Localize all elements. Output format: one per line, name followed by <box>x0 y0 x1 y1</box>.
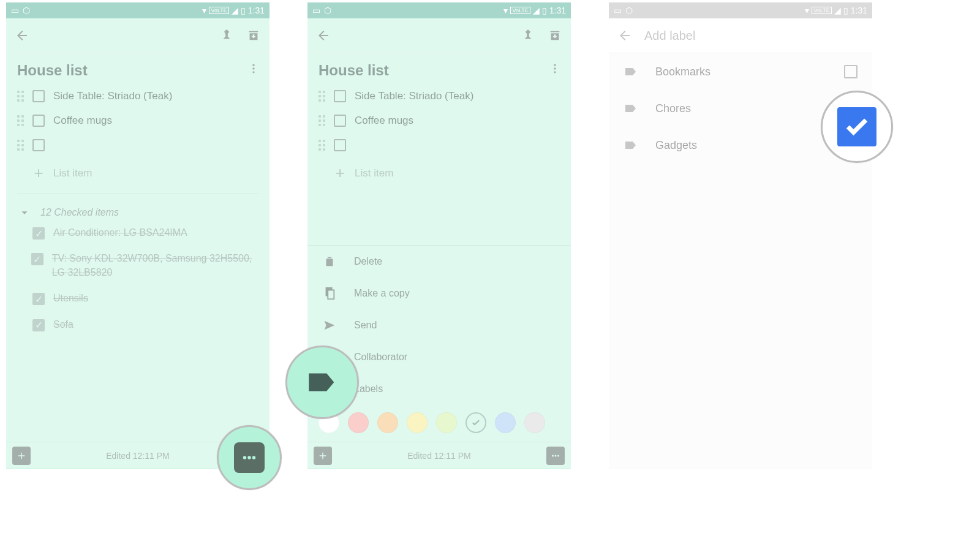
copy-icon <box>322 286 337 301</box>
list-item[interactable]: Side Table: Striado (Teak) <box>307 84 571 108</box>
add-button[interactable] <box>314 447 332 465</box>
list-item-done[interactable]: ✓ TV: Sony KDL-32W700B, Samsung 32H5500,… <box>6 246 270 285</box>
list-item-text[interactable]: Side Table: Striado (Teak) <box>355 90 473 102</box>
sheet-delete[interactable]: Delete <box>307 246 571 278</box>
battery-icon: ▯ <box>241 6 246 15</box>
status-bar: ▭ ⬡ ▾ VoLTE ◢ ▯ 1:31 <box>307 2 571 18</box>
wifi-icon: ▾ <box>202 6 206 15</box>
phone-screen-3: ▭ ⬡ ▾ VoLTE ◢ ▯ 1:31 Add label Bookmarks… <box>609 2 872 468</box>
drag-handle-icon[interactable] <box>318 91 325 102</box>
battery-icon: ▯ <box>843 6 848 15</box>
checkbox[interactable] <box>32 115 45 127</box>
sheet-copy[interactable]: Make a copy <box>307 278 571 309</box>
clock-text: 1:31 <box>549 6 566 15</box>
color-swatch[interactable] <box>407 412 428 433</box>
label-icon <box>624 64 638 79</box>
checkbox-checked[interactable]: ✓ <box>32 227 45 240</box>
pin-icon[interactable] <box>521 28 535 43</box>
list-item-empty[interactable] <box>6 133 270 157</box>
drag-handle-icon[interactable] <box>17 140 24 151</box>
archive-icon[interactable] <box>246 28 261 43</box>
checkbox-checked[interactable]: ✓ <box>32 319 45 331</box>
list-item-text[interactable]: Coffee mugs <box>53 115 112 127</box>
drag-handle-icon[interactable] <box>318 140 325 151</box>
color-swatch[interactable] <box>377 412 398 433</box>
sheet-copy-label: Make a copy <box>354 288 410 299</box>
add-button[interactable] <box>12 447 31 465</box>
plus-icon: + <box>334 164 346 183</box>
sheet-send[interactable]: Send <box>307 309 571 341</box>
list-item-done[interactable]: ✓ Utensils <box>6 285 270 311</box>
sheet-collab-label: Collaborator <box>354 352 407 363</box>
checkbox[interactable] <box>32 139 45 151</box>
checkbox-checked[interactable]: ✓ <box>31 253 43 265</box>
back-icon[interactable] <box>15 28 29 43</box>
list-item[interactable]: Coffee mugs <box>6 108 270 133</box>
drag-handle-icon[interactable] <box>17 115 24 126</box>
picture-icon: ▭ <box>312 6 320 15</box>
signal-icon: ◢ <box>834 6 841 15</box>
color-picker <box>307 405 571 442</box>
volte-icon: VoLTE <box>812 7 831 14</box>
list-item-done-text: TV: Sony KDL-32W700B, Samsung 32H5500, L… <box>52 252 258 279</box>
svg-point-14 <box>555 455 557 456</box>
color-swatch[interactable] <box>348 412 369 433</box>
checkbox[interactable] <box>32 90 45 102</box>
overflow-icon[interactable] <box>548 61 562 76</box>
checkbox-checked[interactable]: ✓ <box>32 293 45 305</box>
add-list-item[interactable]: + List item <box>6 157 270 189</box>
plus-icon: + <box>32 164 45 183</box>
status-bar: ▭ ⬡ ▾ VoLTE ◢ ▯ 1:31 <box>609 2 872 18</box>
label-icon <box>624 101 638 116</box>
dropbox-icon: ⬡ <box>23 6 30 15</box>
color-swatch[interactable] <box>524 412 545 433</box>
dropbox-icon: ⬡ <box>324 6 331 15</box>
battery-icon: ▯ <box>542 6 547 15</box>
list-item[interactable]: Side Table: Striado (Teak) <box>6 84 270 108</box>
note-title[interactable]: House list <box>307 53 400 84</box>
color-swatch[interactable] <box>466 412 486 433</box>
svg-point-10 <box>554 67 556 69</box>
checked-items-header[interactable]: 12 Checked items <box>6 199 270 220</box>
pin-icon[interactable] <box>219 28 234 43</box>
drag-handle-icon[interactable] <box>318 115 325 126</box>
app-bar: Add label <box>609 18 872 53</box>
list-item-text[interactable]: Side Table: Striado (Teak) <box>53 90 172 102</box>
app-bar <box>6 18 270 53</box>
bottom-bar: Edited 12:11 PM <box>307 442 571 469</box>
clock-text: 1:31 <box>851 6 867 15</box>
list-item-empty[interactable] <box>307 133 571 157</box>
checkbox[interactable] <box>334 115 346 127</box>
note-title[interactable]: House list <box>6 53 99 84</box>
list-item-done[interactable]: ✓ Air Conditioner: LG BSA24IMA <box>6 220 270 246</box>
list-item[interactable]: Coffee mugs <box>307 108 571 133</box>
list-item-done[interactable]: ✓ Sofa <box>6 312 270 338</box>
drag-handle-icon[interactable] <box>17 91 24 102</box>
trash-icon <box>322 254 337 269</box>
sheet-delete-label: Delete <box>354 256 382 267</box>
back-icon[interactable] <box>316 28 331 43</box>
color-swatch[interactable] <box>495 412 516 433</box>
add-label-input[interactable]: Add label <box>644 29 695 43</box>
label-checkbox[interactable] <box>844 65 858 78</box>
add-list-item[interactable]: + List item <box>307 157 571 189</box>
label-row[interactable]: Bookmarks <box>609 53 872 90</box>
clock-text: 1:31 <box>248 6 265 15</box>
checkbox[interactable] <box>334 139 346 151</box>
overflow-icon[interactable] <box>246 61 261 76</box>
svg-point-9 <box>554 64 556 66</box>
checkbox[interactable] <box>334 90 346 102</box>
callout-label-icon <box>285 346 359 419</box>
more-button[interactable] <box>546 447 565 465</box>
edited-label: Edited 12:11 PM <box>31 451 245 461</box>
color-swatch[interactable] <box>436 412 457 433</box>
list-item-done-text: Utensils <box>53 292 88 305</box>
svg-point-7 <box>247 456 251 459</box>
back-icon[interactable] <box>617 28 632 43</box>
label-name: Bookmarks <box>655 66 710 78</box>
volte-icon: VoLTE <box>510 7 530 14</box>
archive-icon[interactable] <box>548 28 562 43</box>
list-item-text[interactable]: Coffee mugs <box>355 115 413 127</box>
signal-icon: ◢ <box>533 6 540 15</box>
bottom-sheet: Delete Make a copy Send Collaborator Lab… <box>307 245 571 442</box>
